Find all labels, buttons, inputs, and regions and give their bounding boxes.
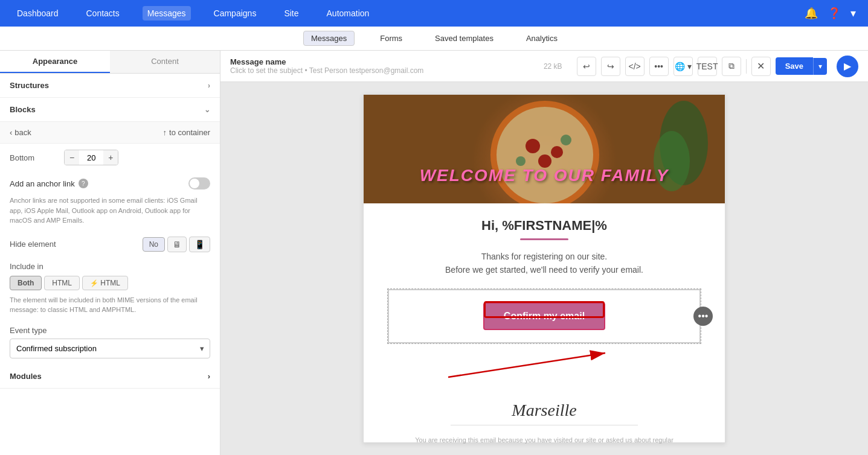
toolbar-title-group: Message name Click to set the subject • … <box>230 57 539 75</box>
nav-item-contacts[interactable]: Contacts <box>82 6 124 21</box>
back-button[interactable]: ‹ back <box>10 128 31 137</box>
undo-button[interactable]: ↩ <box>577 57 596 76</box>
editor-toolbar: Message name Click to set the subject • … <box>220 51 868 82</box>
save-button[interactable]: Save <box>776 57 813 75</box>
pizza-illustration <box>364 95 725 203</box>
event-type-select-wrapper: Confirmed subscription Clicked link Open… <box>10 339 210 358</box>
include-buttons-group: Both HTML ⚡ HTML <box>10 276 210 290</box>
blocks-label: Blocks <box>10 105 36 114</box>
sub-navigation: Messages Forms Saved templates Analytics <box>0 27 868 51</box>
email-greeting: Hi, %FIRSTNAME|% <box>388 218 701 234</box>
test-label: TEST <box>696 62 718 71</box>
blocks-chevron-icon: ⌄ <box>204 106 210 114</box>
subnav-item-saved-templates[interactable]: Saved templates <box>428 31 501 45</box>
nav-item-messages[interactable]: Messages <box>143 6 191 21</box>
to-container-button[interactable]: ↑ to container <box>163 128 210 137</box>
include-html-button[interactable]: HTML <box>44 276 80 290</box>
duplicate-button[interactable]: ⧉ <box>722 57 741 76</box>
amp-icon: ⚡ <box>90 279 98 287</box>
email-signature: Marseille <box>388 401 701 420</box>
hide-element-row: Hide element No 🖥 📱 <box>0 232 220 257</box>
include-in-label: Include in <box>10 262 210 271</box>
bell-icon[interactable]: 🔔 <box>805 7 818 20</box>
bottom-number-input: − 20 + <box>64 150 118 165</box>
play-button[interactable]: ▶ <box>837 56 858 77</box>
close-button[interactable]: ✕ <box>751 57 771 76</box>
signature-divider <box>451 425 638 425</box>
file-size: 22 kB <box>544 62 562 71</box>
hide-desktop-button[interactable]: 🖥 <box>167 237 187 252</box>
anchor-help-icon[interactable]: ? <box>79 179 88 188</box>
more-options-button[interactable]: ••• <box>649 57 669 76</box>
top-navigation: Dashboard Contacts Messages Campaigns Si… <box>0 0 868 27</box>
toolbar-separator <box>746 59 747 74</box>
svg-point-4 <box>551 146 563 158</box>
email-text-line2: Before we get started, we'll need to ver… <box>388 263 701 276</box>
svg-point-6 <box>516 156 526 166</box>
nav-item-site[interactable]: Site <box>279 6 303 21</box>
right-panel: Message name Click to set the subject • … <box>220 51 868 455</box>
bottom-value-input[interactable]: 20 <box>79 151 103 165</box>
toolbar-subject: Click to set the subject • Test Person t… <box>230 66 539 75</box>
anchor-link-label-group: Add an anchor link ? <box>10 179 88 188</box>
hide-no-button[interactable]: No <box>143 237 165 252</box>
confirm-email-button[interactable]: Confirm my email <box>483 302 605 330</box>
anchor-link-label: Add an anchor link <box>10 179 75 188</box>
hide-element-label: Hide element <box>10 240 56 249</box>
svg-point-7 <box>561 135 571 145</box>
pizza-image: WELCOME TO OUR FAMILY <box>364 95 725 203</box>
anchor-link-toggle[interactable] <box>188 177 210 189</box>
email-greeting-divider <box>520 238 568 240</box>
preview-area[interactable]: WELCOME TO OUR FAMILY Hi, %FIRSTNAME|% T… <box>220 82 868 455</box>
modules-section: Modules › <box>0 364 220 389</box>
event-type-select[interactable]: Confirmed subscription Clicked link Open… <box>10 339 210 358</box>
structures-chevron-icon: › <box>208 81 210 90</box>
hide-mobile-button[interactable]: 📱 <box>189 237 210 252</box>
more-actions-button[interactable]: ••• <box>693 307 713 326</box>
nav-item-automation[interactable]: Automation <box>322 6 375 21</box>
button-wrapper: Confirm my email ••• <box>388 289 701 343</box>
left-panel: Appearance Content Structures › Blocks ⌄… <box>0 51 220 455</box>
bottom-label: Bottom <box>10 153 58 162</box>
subject-label[interactable]: Click to set the subject <box>230 66 303 75</box>
structures-header[interactable]: Structures › <box>0 74 220 97</box>
help-icon[interactable]: ❓ <box>828 7 841 20</box>
code-button[interactable]: </> <box>625 57 645 76</box>
confirm-button-container: Confirm my email <box>388 289 701 343</box>
decrease-bottom-button[interactable]: − <box>65 150 79 165</box>
chevron-down-icon[interactable]: ▾ <box>850 7 856 20</box>
bottom-padding-row: Bottom − 20 + <box>0 144 220 171</box>
anchor-link-row: Add an anchor link ? <box>0 171 220 196</box>
save-dropdown-button[interactable]: ▾ <box>813 58 827 75</box>
test-button[interactable]: TEST <box>698 57 717 76</box>
subnav-item-forms[interactable]: Forms <box>373 31 410 45</box>
modules-chevron-icon: › <box>208 372 210 381</box>
redo-button[interactable]: ↪ <box>601 57 620 76</box>
email-frame: WELCOME TO OUR FAMILY Hi, %FIRSTNAME|% T… <box>363 94 725 443</box>
include-both-button[interactable]: Both <box>10 276 42 290</box>
back-label: back <box>14 128 31 137</box>
increase-bottom-button[interactable]: + <box>103 150 118 165</box>
tab-appearance[interactable]: Appearance <box>0 51 110 73</box>
subnav-item-analytics[interactable]: Analytics <box>519 31 565 45</box>
message-name[interactable]: Message name <box>230 57 539 66</box>
email-footer-text: You are receiving this email because you… <box>388 435 701 445</box>
pizza-welcome-text: WELCOME TO OUR FAMILY <box>364 166 725 185</box>
blocks-header[interactable]: Blocks ⌄ <box>0 98 220 121</box>
tab-content[interactable]: Content <box>110 51 220 73</box>
email-info: • Test Person testperson@gmail.com <box>304 66 423 75</box>
subnav-item-messages[interactable]: Messages <box>303 31 355 46</box>
anchor-note: Anchor links are not supported in some e… <box>0 196 220 232</box>
top-nav-right: 🔔 ❓ ▾ <box>805 7 856 20</box>
event-type-section: Event type Confirmed subscription Clicke… <box>0 320 220 364</box>
back-to-container-bar: ‹ back ↑ to container <box>0 122 220 144</box>
globe-button[interactable]: 🌐 ▾ <box>674 57 693 76</box>
include-amp-button[interactable]: ⚡ HTML <box>82 276 128 290</box>
email-body: Hi, %FIRSTNAME|% Thanks for registering … <box>364 203 725 455</box>
nav-item-dashboard[interactable]: Dashboard <box>12 6 63 21</box>
nav-item-campaigns[interactable]: Campaigns <box>209 6 262 21</box>
panel-tabs: Appearance Content <box>0 51 220 74</box>
blocks-section: Blocks ⌄ <box>0 98 220 122</box>
back-arrow-icon: ‹ <box>10 128 12 137</box>
red-arrow <box>388 341 750 389</box>
